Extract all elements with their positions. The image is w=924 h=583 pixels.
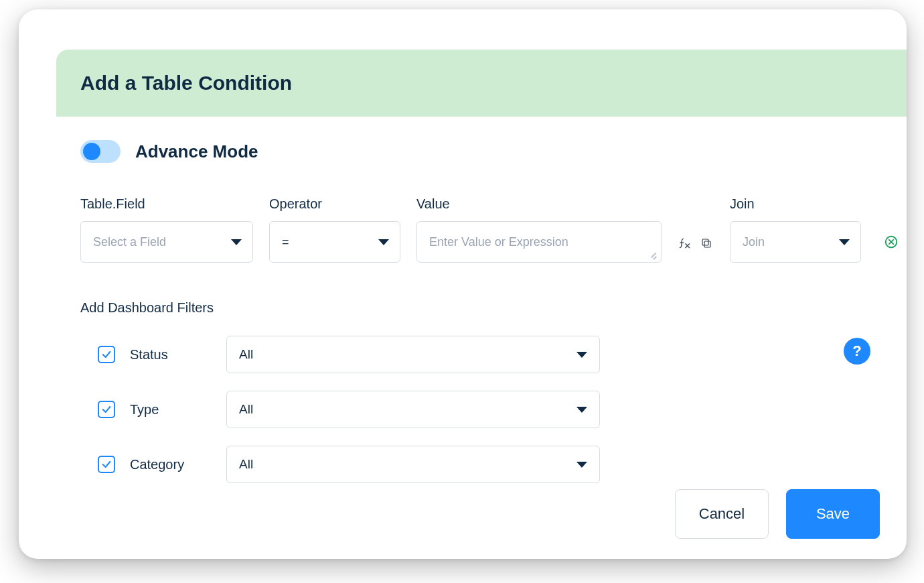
filter-value: All [239, 347, 253, 362]
chevron-down-icon [576, 462, 587, 468]
dialog-content: Advance Mode Table.Field Select a Field … [80, 140, 880, 483]
remove-condition-icon[interactable] [884, 235, 899, 249]
cancel-button[interactable]: Cancel [675, 489, 769, 539]
field-label: Table.Field [80, 196, 253, 212]
filter-row-status: Status All [98, 336, 880, 373]
check-icon [101, 459, 112, 470]
filter-value: All [239, 402, 253, 417]
join-select[interactable]: Join [730, 221, 861, 263]
save-label: Save [816, 505, 850, 523]
value-column: Value Enter Value or Expression [416, 196, 662, 263]
join-label: Join [730, 196, 861, 212]
value-input[interactable]: Enter Value or Expression [416, 221, 662, 263]
svg-rect-3 [704, 241, 710, 247]
join-placeholder: Join [743, 235, 765, 249]
dialog-card: Add a Table Condition Advance Mode Table… [19, 9, 907, 559]
filter-checkbox[interactable] [98, 401, 115, 418]
field-placeholder: Select a Field [93, 235, 166, 249]
copy-icon[interactable] [699, 236, 714, 251]
condition-row: Table.Field Select a Field Operator = Va… [80, 196, 880, 263]
advance-mode-row: Advance Mode [80, 140, 880, 163]
dialog-footer: Cancel Save [675, 489, 880, 539]
value-label: Value [416, 196, 662, 212]
filter-select[interactable]: All [226, 446, 600, 483]
advance-mode-toggle[interactable] [80, 140, 121, 163]
filter-row-type: Type All [98, 391, 880, 428]
help-icon: ? [852, 342, 861, 360]
check-icon [101, 349, 112, 360]
chevron-down-icon [576, 407, 587, 413]
filter-label: Type [130, 402, 212, 417]
dialog-title: Add a Table Condition [80, 72, 292, 94]
fx-icon[interactable] [678, 236, 692, 251]
resize-grip-icon [647, 249, 657, 258]
dialog-header: Add a Table Condition [56, 50, 907, 117]
check-icon [101, 404, 112, 415]
value-placeholder: Enter Value or Expression [429, 235, 568, 249]
save-button[interactable]: Save [786, 489, 880, 539]
field-select[interactable]: Select a Field [80, 221, 253, 263]
filter-checkbox[interactable] [98, 346, 115, 363]
filter-row-category: Category All [98, 446, 880, 483]
chevron-down-icon [231, 239, 242, 245]
filters-list: Status All Type All [80, 336, 880, 483]
filter-select[interactable]: All [226, 391, 600, 428]
operator-label: Operator [269, 196, 400, 212]
chevron-down-icon [839, 239, 850, 245]
field-column: Table.Field Select a Field [80, 196, 253, 263]
cancel-label: Cancel [699, 505, 745, 523]
operator-column: Operator = [269, 196, 400, 263]
filter-value: All [239, 457, 253, 472]
remove-condition-wrap [877, 221, 899, 263]
svg-rect-4 [702, 239, 708, 245]
filters-title: Add Dashboard Filters [80, 300, 880, 316]
chevron-down-icon [576, 352, 587, 358]
join-column: Join Join [730, 196, 861, 263]
operator-select[interactable]: = [269, 221, 400, 263]
chevron-down-icon [378, 239, 389, 245]
filter-select[interactable]: All [226, 336, 600, 373]
toggle-knob [83, 143, 100, 160]
filter-checkbox[interactable] [98, 456, 115, 473]
value-icon-buttons [678, 236, 714, 263]
filter-label: Category [130, 457, 212, 472]
advance-mode-label: Advance Mode [135, 141, 258, 162]
filter-label: Status [130, 347, 212, 363]
help-button[interactable]: ? [844, 338, 870, 365]
operator-value: = [282, 235, 289, 249]
